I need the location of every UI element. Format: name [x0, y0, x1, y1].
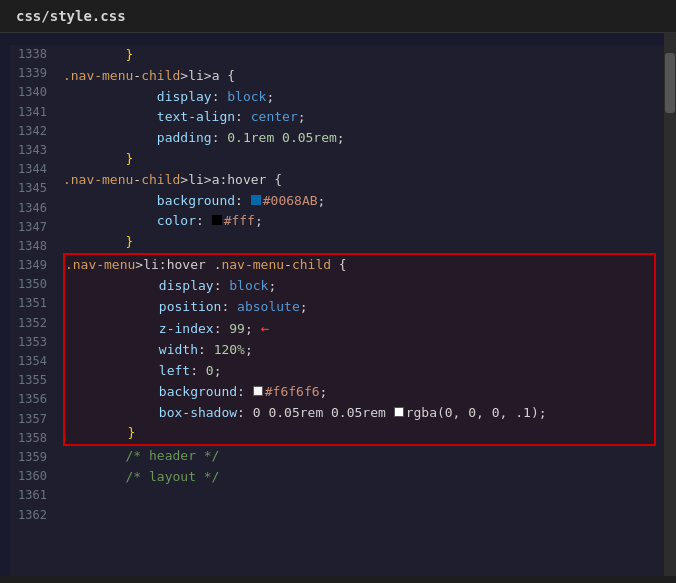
token [65, 340, 159, 361]
scrollbar-thumb[interactable] [665, 53, 675, 113]
token: >li:hover . [135, 255, 221, 276]
token: } [126, 149, 134, 170]
code-line: } [63, 149, 656, 170]
line-number: 1361 [18, 486, 47, 505]
line-number: 1362 [18, 506, 47, 525]
token: ; [268, 276, 276, 297]
token: : [235, 191, 251, 212]
token: : [214, 276, 230, 297]
token: : [214, 319, 230, 340]
token: ; [255, 211, 263, 232]
token: : [198, 340, 214, 361]
token: ; [298, 107, 306, 128]
editor-container: 1338133913401341134213431344134513461347… [0, 33, 676, 576]
color-swatch [394, 407, 404, 417]
token: padding [157, 128, 212, 149]
token: ; [214, 361, 222, 382]
token: ; [245, 340, 253, 361]
line-number: 1349 [18, 256, 47, 275]
code-line: } [63, 232, 656, 253]
arrow-indicator: ← [261, 317, 269, 339]
code-line: left: 0; [63, 361, 656, 382]
token: 99 [229, 319, 245, 340]
token [65, 276, 159, 297]
token: rgba(0, 0, 0, .1); [406, 403, 547, 424]
token: - [284, 255, 292, 276]
token: child [292, 255, 331, 276]
token [63, 107, 157, 128]
token [63, 191, 157, 212]
code-line: z-index: 99;← [63, 317, 656, 340]
token: ; [318, 191, 326, 212]
token: ; [337, 128, 345, 149]
token: : [212, 87, 228, 108]
code-line: background: #f6f6f6; [63, 382, 656, 403]
line-number: 1342 [18, 122, 47, 141]
token: } [63, 45, 133, 66]
line-number: 1346 [18, 199, 47, 218]
top-bar: css/style.css [0, 0, 676, 33]
token: 120% [214, 340, 245, 361]
token: #fff [224, 211, 255, 232]
token: >li>a:hover { [180, 170, 282, 191]
token: } [126, 232, 134, 253]
code-area[interactable]: }.nav-menu-child>li>a { display: block; … [55, 45, 664, 576]
token: .nav-menu [63, 66, 133, 87]
token: width [159, 340, 198, 361]
token [63, 149, 126, 170]
token: left [159, 361, 190, 382]
token: : [196, 211, 212, 232]
token [65, 319, 159, 340]
token: block [229, 276, 268, 297]
token: #f6f6f6 [265, 382, 320, 403]
code-line: .nav-menu-child>li>a { [63, 66, 656, 87]
line-number: 1358 [18, 429, 47, 448]
token: #0068AB [263, 191, 318, 212]
line-number: 1360 [18, 467, 47, 486]
token: color [157, 211, 196, 232]
line-number: 1347 [18, 218, 47, 237]
token: { [331, 255, 347, 276]
code-line: padding: 0.1rem 0.05rem; [63, 128, 656, 149]
line-number: 1344 [18, 160, 47, 179]
line-number: 1356 [18, 390, 47, 409]
token: background [157, 191, 235, 212]
token: - [133, 66, 141, 87]
token: ; [300, 297, 308, 318]
filename: css/style.css [16, 8, 126, 24]
token: : [190, 361, 206, 382]
token: block [227, 87, 266, 108]
line-number: 1348 [18, 237, 47, 256]
line-number: 1341 [18, 103, 47, 122]
scrollbar[interactable] [664, 33, 676, 576]
token: display [159, 276, 214, 297]
token: .nav-menu [63, 170, 133, 191]
line-number: 1354 [18, 352, 47, 371]
color-swatch [253, 386, 263, 396]
code-line: /* layout */ [63, 467, 656, 488]
token: display [157, 87, 212, 108]
line-number: 1345 [18, 179, 47, 198]
code-line: background: #0068AB; [63, 191, 656, 212]
token [65, 423, 128, 444]
token: position [159, 297, 222, 318]
token: ; [245, 319, 253, 340]
token: 0.1rem 0.05rem [227, 128, 337, 149]
token: text-align [157, 107, 235, 128]
token: box-shadow [159, 403, 237, 424]
token [65, 361, 159, 382]
token: : [212, 128, 228, 149]
token: ; [320, 382, 328, 403]
token: } [128, 423, 136, 444]
code-line: .nav-menu-child>li>a:hover { [63, 170, 656, 191]
code-line: .nav-menu>li:hover .nav-menu-child { [63, 253, 656, 276]
code-line: display: block; [63, 276, 656, 297]
color-swatch [212, 215, 222, 225]
token [65, 297, 159, 318]
token [65, 382, 159, 403]
token: child [141, 170, 180, 191]
code-line: } [63, 423, 656, 446]
code-line: box-shadow: 0 0.05rem 0.05rem rgba(0, 0,… [63, 403, 656, 424]
code-line: width: 120%; [63, 340, 656, 361]
token: /* layout */ [63, 467, 220, 488]
